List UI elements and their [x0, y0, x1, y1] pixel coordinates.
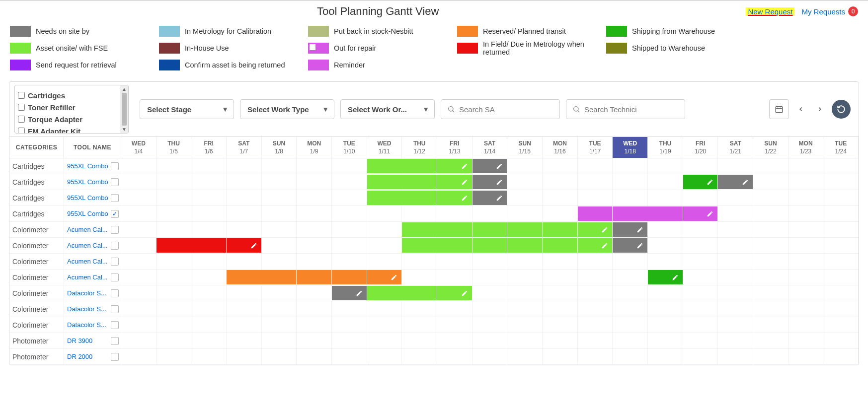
row-checkbox[interactable] [111, 162, 119, 170]
search-tech-input[interactable] [566, 99, 685, 119]
category-option[interactable]: FM Adapter Kit [18, 125, 117, 133]
row-checkbox[interactable] [111, 258, 119, 266]
gantt-bar[interactable] [578, 206, 613, 221]
day-cell [402, 285, 437, 301]
day-header[interactable]: FRI1/20 [683, 137, 718, 158]
day-header[interactable]: MON1/23 [789, 137, 824, 158]
day-cell [507, 238, 543, 253]
tool-link[interactable]: Acumen Cal... [67, 258, 109, 265]
search-tech-field[interactable] [584, 105, 679, 114]
day-header[interactable]: WED1/11 [367, 137, 402, 158]
day-header[interactable]: SAT1/7 [227, 137, 262, 158]
tool-link[interactable]: Acumen Cal... [67, 273, 109, 281]
day-cell [332, 270, 367, 285]
day-header[interactable]: MON1/16 [543, 137, 578, 158]
category-scrollbar[interactable]: ▲ ▼ [120, 85, 128, 133]
row-checkbox[interactable] [111, 226, 119, 234]
tool-link[interactable]: Datacolor S... [67, 289, 109, 297]
category-filter[interactable]: CartridgesToner RefillerTorque AdapterFM… [14, 85, 129, 134]
tool-link[interactable]: Datacolor S... [67, 305, 109, 313]
category-option[interactable]: Toner Refiller [18, 101, 117, 113]
tool-link[interactable]: 955XL Combo [67, 178, 109, 186]
row-checkbox[interactable] [111, 194, 119, 202]
new-request-link[interactable]: New Request [746, 7, 794, 16]
day-cell [823, 301, 859, 317]
category-checkbox[interactable] [18, 104, 25, 111]
gantt-bar[interactable] [613, 222, 647, 237]
legend-item: In Metrology for Calibration [159, 23, 308, 40]
date-label: 1/19 [648, 148, 683, 155]
work-type-dropdown[interactable]: Select Work Type ▼ [240, 99, 334, 119]
row-checkbox[interactable] [111, 305, 119, 313]
row-checkbox[interactable]: ✓ [111, 210, 119, 218]
tool-link[interactable]: Acumen Cal... [67, 226, 109, 233]
tool-link[interactable]: 955XL Combo [67, 210, 109, 217]
gantt-bar[interactable] [332, 286, 367, 300]
category-checkbox[interactable] [18, 116, 25, 123]
my-requests-link[interactable]: My Requests 0 [801, 6, 858, 16]
row-checkbox[interactable] [111, 337, 119, 345]
row-checkbox[interactable] [111, 289, 119, 297]
tool-link[interactable]: 955XL Combo [67, 194, 109, 202]
row-category: Colorimeter [9, 270, 64, 285]
row-checkbox[interactable] [111, 353, 119, 361]
day-header[interactable]: SAT1/14 [473, 137, 508, 158]
day-header[interactable]: SUN1/22 [753, 137, 789, 158]
day-cell [402, 301, 437, 317]
next-button[interactable] [813, 99, 827, 119]
day-header[interactable]: WED1/18 [613, 137, 648, 158]
row-checkbox[interactable] [111, 273, 119, 281]
category-checkbox[interactable] [18, 128, 25, 133]
tool-link[interactable]: Datacolor S... [67, 321, 109, 329]
day-cell [823, 206, 859, 221]
scroll-thumb[interactable] [122, 93, 127, 126]
day-header[interactable]: MON1/9 [297, 137, 332, 158]
gantt-bar[interactable] [613, 238, 647, 253]
gantt-bar[interactable] [718, 175, 753, 189]
day-cell [367, 174, 402, 190]
day-header[interactable]: TUE1/24 [823, 137, 859, 158]
day-header[interactable]: THU1/19 [648, 137, 683, 158]
category-checkbox[interactable] [18, 92, 25, 99]
refresh-button[interactable] [832, 100, 851, 119]
row-checkbox[interactable] [111, 178, 119, 186]
scroll-down-icon[interactable]: ▼ [122, 127, 127, 132]
day-header[interactable]: WED1/4 [121, 137, 157, 158]
calendar-button[interactable] [769, 99, 789, 119]
day-cell [297, 301, 332, 317]
category-option[interactable]: Cartridges [18, 89, 117, 101]
search-sa-input[interactable] [441, 99, 560, 119]
day-cell [297, 349, 332, 364]
gantt-bar[interactable] [473, 175, 507, 189]
day-cell [227, 222, 262, 237]
row-checkbox[interactable] [111, 321, 119, 329]
tool-link[interactable]: DR 2000 [67, 353, 109, 360]
gantt-bar[interactable] [473, 191, 507, 205]
day-header[interactable]: THU1/12 [402, 137, 437, 158]
day-header[interactable]: TUE1/17 [578, 137, 613, 158]
tool-link[interactable]: Acumen Cal... [67, 242, 109, 249]
legend-item: Confirm asset is being returned [159, 57, 308, 73]
day-header[interactable]: TUE1/10 [332, 137, 367, 158]
day-header[interactable]: THU1/5 [157, 137, 192, 158]
tool-link[interactable]: 955XL Combo [67, 162, 109, 170]
day-cell [332, 333, 367, 348]
day-header[interactable]: FRI1/13 [437, 137, 473, 158]
gantt-bar[interactable] [683, 175, 718, 189]
day-header[interactable]: SUN1/15 [507, 137, 543, 158]
day-header[interactable]: SAT1/21 [718, 137, 753, 158]
tool-link[interactable]: DR 3900 [67, 337, 109, 344]
stage-dropdown[interactable]: Select Stage ▼ [140, 99, 234, 119]
scroll-up-icon[interactable]: ▲ [122, 86, 127, 92]
gantt-bar[interactable] [473, 159, 507, 173]
category-option[interactable]: Torque Adapter [18, 113, 117, 125]
prev-button[interactable] [794, 99, 808, 119]
day-cell [613, 301, 648, 317]
legend-swatch [308, 60, 329, 70]
gantt-bar[interactable] [648, 270, 683, 284]
work-order-dropdown[interactable]: Select Work Or... ▼ [340, 99, 435, 119]
day-header[interactable]: FRI1/6 [191, 137, 227, 158]
day-header[interactable]: SUN1/8 [262, 137, 297, 158]
row-checkbox[interactable] [111, 242, 119, 250]
search-sa-field[interactable] [459, 105, 553, 114]
